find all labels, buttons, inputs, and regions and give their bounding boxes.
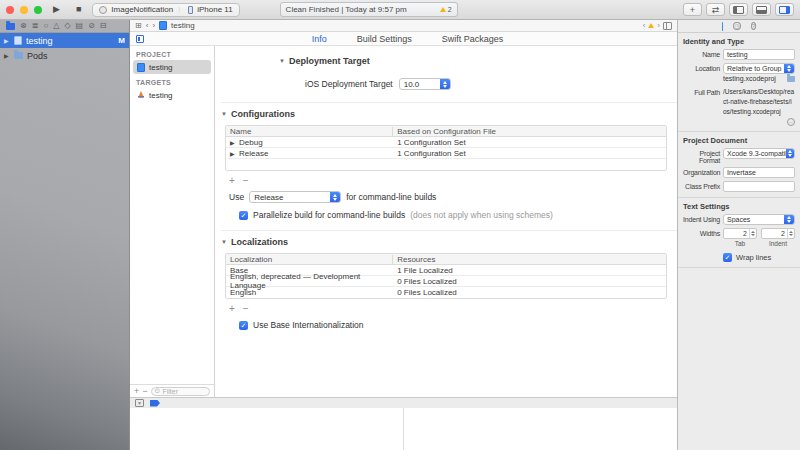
location-value: Relative to Group bbox=[724, 65, 784, 72]
show-document-items-icon[interactable] bbox=[136, 35, 144, 43]
deployment-target-section-header[interactable]: ▼ Deployment Target bbox=[221, 50, 677, 70]
localizations-section-header[interactable]: ▼ Localizations bbox=[221, 230, 677, 251]
organization-label: Organization bbox=[683, 167, 723, 176]
remove-localization-button[interactable]: − bbox=[243, 303, 249, 314]
console-output[interactable] bbox=[404, 408, 677, 450]
find-navigator-icon[interactable]: ○ bbox=[43, 22, 48, 30]
ios-deployment-target-label: iOS Deployment Target bbox=[305, 79, 393, 89]
run-button[interactable]: ▶ bbox=[48, 3, 65, 16]
project-header: PROJECT bbox=[130, 46, 214, 60]
parallelize-checkbox[interactable]: ✓ bbox=[239, 211, 248, 220]
indent-width-stepper[interactable]: 2 bbox=[761, 228, 795, 239]
configurations-section-header[interactable]: ▼ Configurations bbox=[221, 102, 677, 123]
disclosure-triangle-icon[interactable]: ▶ bbox=[230, 139, 236, 146]
location-dropdown[interactable]: Relative to Group bbox=[723, 63, 795, 74]
section-disclosure-icon[interactable]: ▼ bbox=[279, 58, 285, 64]
column-name[interactable]: Name bbox=[226, 127, 393, 136]
section-disclosure-icon[interactable]: ▼ bbox=[221, 111, 227, 117]
quick-help-inspector-icon[interactable]: ? bbox=[751, 22, 756, 30]
column-resources[interactable]: Resources bbox=[393, 255, 666, 264]
use-label: Use bbox=[229, 192, 244, 202]
breakpoints-toggle-icon[interactable] bbox=[150, 400, 160, 407]
ios-deployment-target-dropdown[interactable]: 10.0 bbox=[399, 78, 451, 90]
issue-navigator-icon[interactable]: △ bbox=[53, 22, 59, 30]
filter-placeholder: Filter bbox=[162, 388, 178, 395]
add-target-button[interactable]: + bbox=[134, 386, 139, 396]
stepper-arrows-icon[interactable] bbox=[787, 229, 794, 238]
related-items-grid-icon[interactable]: ⊞ bbox=[135, 21, 142, 30]
project-navigator-icon[interactable] bbox=[6, 23, 15, 30]
column-based-on[interactable]: Based on Configuration File bbox=[393, 127, 666, 136]
table-row[interactable]: ▶Debug 1 Configuration Set bbox=[226, 137, 666, 148]
toggle-navigator-button[interactable] bbox=[729, 3, 748, 16]
disclosure-triangle-icon[interactable]: ▶ bbox=[4, 52, 10, 59]
indent-width-value: 2 bbox=[762, 230, 787, 237]
remove-configuration-button[interactable]: − bbox=[243, 175, 249, 186]
section-disclosure-icon[interactable]: ▼ bbox=[221, 239, 227, 245]
wrap-lines-checkbox[interactable]: ✓ bbox=[723, 253, 732, 262]
next-issue-button[interactable]: › bbox=[657, 21, 660, 30]
library-add-button[interactable]: + bbox=[683, 3, 702, 16]
table-row[interactable]: English 0 Files Localized bbox=[226, 287, 666, 298]
indent-using-dropdown[interactable]: Spaces bbox=[723, 214, 795, 225]
choose-folder-icon[interactable] bbox=[787, 76, 795, 82]
back-button[interactable]: ‹ bbox=[146, 21, 149, 30]
add-localization-button[interactable]: + bbox=[229, 303, 235, 314]
main-area: ⊗ ≣ ○ △ ◇ ▤ ⊘ ⊟ ▶ testing M ▶ Pods bbox=[0, 20, 800, 450]
file-inspector-icon[interactable] bbox=[722, 22, 723, 31]
name-field[interactable]: testing bbox=[723, 49, 795, 60]
target-list-item-testing[interactable]: testing bbox=[133, 88, 211, 102]
zoom-window-button[interactable] bbox=[34, 6, 42, 14]
report-navigator-icon[interactable]: ⊟ bbox=[100, 22, 107, 30]
project-format-dropdown[interactable]: Xcode 9.3-compatible bbox=[723, 148, 795, 159]
hide-debug-area-icon[interactable]: ▼ bbox=[135, 399, 144, 407]
disclosure-triangle-icon[interactable]: ▶ bbox=[230, 150, 236, 157]
minimize-window-button[interactable] bbox=[20, 6, 28, 14]
source-control-navigator-icon[interactable]: ⊗ bbox=[20, 22, 27, 30]
jumpbar-file-name[interactable]: testing bbox=[171, 21, 195, 30]
tab-swift-packages[interactable]: Swift Packages bbox=[442, 34, 504, 44]
toggle-inspector-button[interactable] bbox=[775, 3, 794, 16]
filter-field[interactable]: ⊙ Filter bbox=[151, 387, 210, 396]
debug-navigator-icon[interactable]: ▤ bbox=[76, 22, 84, 30]
table-row[interactable]: English, deprecated — Development Langua… bbox=[226, 276, 666, 287]
table-row[interactable]: ▶Release 1 Configuration Set bbox=[226, 148, 666, 159]
history-inspector-icon[interactable]: ◷ bbox=[733, 22, 740, 30]
project-list-item-testing[interactable]: testing bbox=[133, 60, 211, 74]
dropdown-stepper-icon bbox=[784, 215, 794, 224]
breakpoint-navigator-icon[interactable]: ⊘ bbox=[88, 22, 95, 30]
variables-view[interactable] bbox=[130, 408, 403, 450]
stepper-arrows-icon[interactable] bbox=[749, 229, 756, 238]
toggle-debug-area-button[interactable] bbox=[752, 3, 771, 16]
project-row-testing[interactable]: ▶ testing M bbox=[0, 33, 129, 48]
forward-button[interactable]: › bbox=[152, 21, 155, 30]
symbol-navigator-icon[interactable]: ≣ bbox=[32, 22, 39, 30]
editor-options-icon[interactable] bbox=[663, 22, 672, 30]
tab-width-stepper[interactable]: 2 bbox=[723, 228, 757, 239]
reveal-in-finder-icon[interactable]: → bbox=[787, 118, 795, 126]
configurations-add-remove: + − bbox=[221, 171, 677, 188]
class-prefix-field[interactable] bbox=[723, 181, 795, 192]
scheme-selector[interactable]: ImageNotification 〉 iPhone 11 bbox=[92, 3, 239, 17]
base-internationalization-checkbox[interactable]: ✓ bbox=[239, 321, 248, 330]
text-settings-title: Text Settings bbox=[683, 202, 795, 211]
localizations-table: Localization Resources Base 1 File Local… bbox=[225, 253, 667, 299]
add-configuration-button[interactable]: + bbox=[229, 175, 235, 186]
column-localization[interactable]: Localization bbox=[226, 255, 393, 264]
organization-field[interactable]: Invertase bbox=[723, 167, 795, 178]
disclosure-triangle-icon[interactable]: ▶ bbox=[4, 37, 10, 44]
remove-target-button[interactable]: − bbox=[142, 386, 147, 396]
localization-resources: 0 Files Localized bbox=[393, 288, 666, 297]
previous-issue-button[interactable]: ‹ bbox=[643, 21, 646, 30]
tab-caption: Tab bbox=[723, 240, 757, 247]
tab-build-settings[interactable]: Build Settings bbox=[357, 34, 412, 44]
project-row-pods[interactable]: ▶ Pods bbox=[0, 48, 129, 63]
activity-status-bar[interactable]: Clean Finished | Today at 9:57 pm 2 bbox=[280, 2, 458, 17]
command-line-config-dropdown[interactable]: Release bbox=[249, 191, 341, 203]
warning-badge[interactable]: 2 bbox=[440, 6, 452, 13]
close-window-button[interactable] bbox=[6, 6, 14, 14]
test-navigator-icon[interactable]: ◇ bbox=[64, 22, 70, 30]
tab-info[interactable]: Info bbox=[312, 34, 327, 44]
stop-button[interactable]: ■ bbox=[71, 3, 86, 16]
editor-arrows-button[interactable]: ⇄ bbox=[706, 3, 725, 16]
